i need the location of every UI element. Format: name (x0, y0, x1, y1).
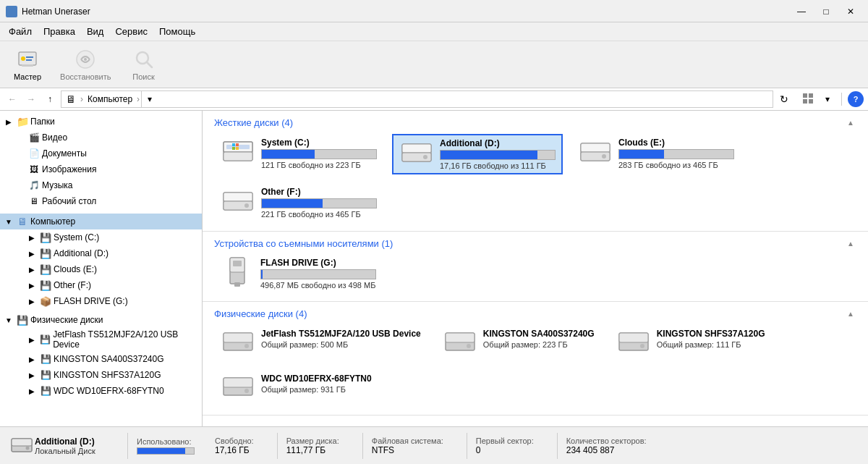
clouds-e-toggle[interactable]: ▶ (26, 263, 38, 275)
menu-file[interactable]: Файл (3, 24, 38, 39)
status-divider3 (362, 433, 363, 459)
sidebar-item-flash-g[interactable]: ▶ 📦 FLASH DRIVE (G:) (0, 293, 202, 309)
menu-edit[interactable]: Правка (38, 24, 81, 39)
jetflash-toggle[interactable]: ▶ (26, 334, 37, 345)
kingston2-toggle[interactable]: ▶ (26, 369, 38, 381)
additional-d-toggle[interactable]: ▶ (26, 248, 38, 259)
docs-icon: 📄 (27, 147, 41, 160)
removable-title: Устройства со съемными носителями (1) (214, 238, 393, 249)
sidebar-item-folders[interactable]: ▶ 📁 Папки (0, 114, 202, 130)
forward-button[interactable]: → (23, 91, 39, 107)
sidebar: ▶ 📁 Папки 🎬 Видео 📄 Документы 🖼 Изображе… (0, 111, 203, 426)
folder-toggle[interactable]: ▶ (3, 116, 14, 127)
status-disksize-field: Размер диска: 111,77 ГБ (286, 436, 339, 455)
svg-rect-10 (809, 93, 813, 98)
refresh-button[interactable]: ↻ (776, 91, 792, 107)
status-free-value: 17,16 ГБ (215, 445, 254, 455)
other-f-toggle[interactable]: ▶ (26, 279, 38, 291)
kingston1-toggle[interactable]: ▶ (26, 353, 38, 365)
music-toggle[interactable] (14, 180, 26, 191)
sidebar-folders-label: Папки (30, 117, 55, 127)
sidebar-flash-g-label: FLASH DRIVE (G:) (54, 296, 128, 306)
sidebar-item-other-f[interactable]: ▶ 💾 Other (F:) (0, 277, 202, 293)
sidebar-item-kingston1[interactable]: ▶ 💾 KINGSTON SA400S37240G (0, 351, 202, 367)
drive-system-c-icon (221, 138, 255, 166)
drive-other-f[interactable]: Other (F:) 221 ГБ свободно из 465 ГБ (214, 183, 383, 222)
drive-clouds-e-icon (578, 138, 613, 166)
svg-rect-50 (12, 439, 32, 446)
sidebar-item-jetflash[interactable]: ▶ 💾 JetFlash TS512MJF2A/120 USB Device (0, 328, 202, 351)
sidebar-item-clouds-e[interactable]: ▶ 💾 Clouds (E:) (0, 261, 202, 277)
drive-other-f-info: Other (F:) 221 ГБ свободно из 465 ГБ (261, 187, 377, 219)
phys-jetflash[interactable]: JetFlash TS512MJF2A/120 USB Device Общий… (214, 325, 427, 361)
physical-toggle[interactable]: ▼ (3, 314, 14, 326)
drive-clouds-e-size: 283 ГБ свободно из 465 ГБ (618, 161, 734, 169)
search-icon (132, 48, 156, 71)
flash-g-toggle[interactable]: ▶ (26, 295, 38, 307)
status-totalsectors-label: Количество секторов: (566, 436, 647, 445)
path-separator: › (80, 94, 83, 104)
phys-wdc[interactable]: WDC WD10EFRX-68FYTN0 Общий размер: 931 Г… (214, 370, 378, 406)
menu-view[interactable]: Вид (81, 24, 110, 39)
toolbar: Мастер Восстановить Поиск (0, 41, 868, 88)
svg-point-28 (602, 154, 606, 159)
master-button[interactable]: Мастер (6, 44, 49, 85)
sidebar-item-kingston2[interactable]: ▶ 💾 KINGSTON SHFS37A120G (0, 367, 202, 383)
sidebar-item-docs[interactable]: 📄 Документы (0, 145, 202, 161)
path-dropdown[interactable]: ▾ (141, 91, 157, 107)
computer-toggle[interactable]: ▼ (3, 216, 14, 227)
menu-help[interactable]: Помощь (153, 24, 201, 39)
video-toggle[interactable] (14, 132, 26, 143)
drive-clouds-e[interactable]: Clouds (E:) 283 ГБ свободно из 465 ГБ (571, 134, 741, 174)
svg-marker-3 (26, 59, 32, 61)
close-button[interactable]: ✕ (839, 4, 862, 19)
physical-title: Физические диски (4) (214, 308, 307, 319)
physical-section: Физические диски (4) ▲ JetFlash TS512MJF… (203, 302, 868, 416)
phys-kingston1-icon (443, 329, 477, 358)
search-button[interactable]: Поиск (122, 44, 166, 85)
status-drive-name: Additional (D:) (35, 436, 107, 447)
sidebar-item-wdc[interactable]: ▶ 💾 WDC WD10EFRX-68FYTN0 (0, 383, 202, 399)
drive-system-c-name: System (C:) (261, 138, 377, 148)
images-toggle[interactable] (14, 164, 26, 175)
physical-header: Физические диски (4) ▲ (203, 302, 868, 322)
sidebar-kingston2-label: KINGSTON SHFS37A120G (54, 370, 161, 380)
restore-button[interactable]: Восстановить (52, 44, 119, 85)
physical-collapse[interactable]: ▲ (845, 308, 856, 319)
status-free-label: Свободно: (215, 436, 254, 445)
minimize-button[interactable]: — (790, 4, 813, 19)
address-path[interactable]: 🖥 › Компьютер › ▾ (61, 90, 773, 108)
drive-additional-d[interactable]: Additional (D:) 17,16 ГБ свободно из 111… (392, 134, 563, 174)
docs-toggle[interactable] (14, 148, 26, 159)
system-c-toggle[interactable]: ▶ (26, 232, 38, 243)
phys-kingston1[interactable]: KINGSTON SA400S37240G Общий размер: 223 … (436, 325, 601, 361)
drive-flash-g[interactable]: FLASH DRIVE (G:) 496,87 МБ свободно из 4… (214, 255, 382, 292)
sidebar-item-video[interactable]: 🎬 Видео (0, 130, 202, 145)
view-toggle-button[interactable] (801, 91, 817, 107)
sidebar-item-images[interactable]: 🖼 Изображения (0, 161, 202, 177)
drive-additional-d-name: Additional (D:) (440, 138, 556, 148)
hard-disks-collapse[interactable]: ▲ (845, 117, 856, 128)
removable-collapse[interactable]: ▲ (845, 237, 856, 249)
help-button[interactable]: ? (848, 91, 864, 107)
up-button[interactable]: ↑ (42, 91, 58, 107)
toolbar-separator (841, 93, 842, 106)
status-divider4 (467, 433, 467, 459)
sidebar-item-additional-d[interactable]: ▶ 💾 Additional (D:) (0, 245, 202, 261)
sidebar-item-system-c[interactable]: ▶ 💾 System (C:) (0, 229, 202, 245)
title-bar-left: Hetman Uneraser (6, 6, 90, 17)
wdc-toggle[interactable]: ▶ (26, 385, 38, 397)
sidebar-item-desktop[interactable]: 🖥 Рабочий стол (0, 193, 202, 209)
svg-rect-35 (233, 261, 242, 266)
sidebar-item-physical[interactable]: ▼ 💾 Физические диски (0, 312, 202, 328)
back-button[interactable]: ← (4, 91, 20, 107)
menu-service[interactable]: Сервис (109, 24, 153, 39)
desktop-toggle[interactable] (14, 195, 26, 207)
drive-system-c[interactable]: System (C:) 121 ГБ свободно из 223 ГБ (214, 134, 383, 174)
phys-kingston2[interactable]: KINGSTON SHFS37A120G Общий размер: 111 Г… (610, 325, 772, 361)
sidebar-item-computer[interactable]: ▼ 🖥 Компьютер (0, 214, 202, 229)
sidebar-item-music[interactable]: 🎵 Музыка (0, 177, 202, 193)
view-dropdown-button[interactable]: ▾ (820, 91, 835, 107)
status-used-bar (137, 447, 195, 455)
maximize-button[interactable]: □ (814, 4, 838, 19)
